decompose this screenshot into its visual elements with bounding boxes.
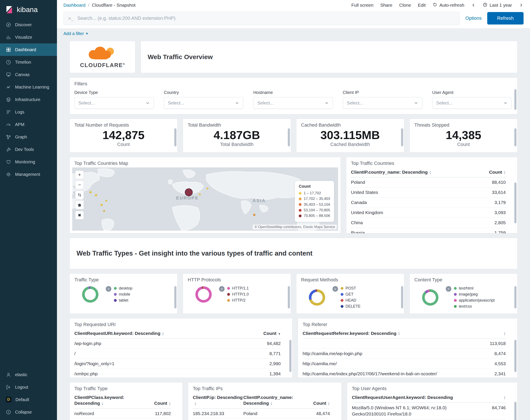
sort-icon[interactable]: ▲▼	[194, 402, 196, 405]
column-header-ip[interactable]: ClientIP.ip: Descending▲▼	[193, 394, 243, 406]
sort-icon[interactable]: ▲▼	[162, 332, 164, 335]
column-header-referer[interactable]: ClientRequestReferer.keyword: Descending…	[303, 330, 469, 336]
sidebar-item-elastic-user[interactable]: elastic	[0, 368, 57, 381]
zoom-out-button[interactable]: −	[75, 180, 84, 189]
column-header-count[interactable]: Count▲▼	[467, 169, 506, 175]
user-agent-select[interactable]: Select...	[432, 97, 512, 109]
sidebar-item-infrastructure[interactable]: Infrastructure	[0, 93, 57, 106]
clone-button[interactable]: Clone	[399, 2, 411, 8]
traffic-type-donut[interactable]	[82, 286, 98, 303]
sidebar-item-management[interactable]: Management	[0, 168, 57, 180]
column-header-count[interactable]: Count▼	[249, 330, 281, 336]
legend-item[interactable]: HTTP/2	[227, 298, 249, 303]
legend-item[interactable]: HEAD	[341, 298, 361, 303]
column-header-count[interactable]: ▲▼	[471, 394, 506, 400]
scrollbar-thumb[interactable]	[401, 286, 403, 308]
sort-icon[interactable]: ▲▼	[503, 170, 506, 174]
sort-icon[interactable]: ▲▼	[503, 396, 506, 400]
column-header-user-agent[interactable]: ClientRequestUserAgent.keyword: Descendi…	[352, 394, 471, 400]
column-header-country[interactable]: ClientIP.country_name: Descending▲▼	[243, 394, 303, 406]
breadcrumb-dashboard-link[interactable]: Dashboard	[63, 2, 86, 8]
sidebar-item-default-space[interactable]: D Default	[0, 393, 57, 406]
legend-item[interactable]: desktop	[114, 286, 132, 291]
scrollbar-thumb[interactable]	[289, 340, 292, 372]
legend-item[interactable]: application/javascript	[454, 298, 495, 303]
column-header-count[interactable]: ▲▼	[469, 330, 506, 336]
time-range-button[interactable]: Last 1 year	[483, 2, 512, 8]
sort-icon[interactable]: ▲▼	[169, 402, 171, 405]
kibana-logo[interactable]: kibana	[0, 0, 57, 18]
scrollbar-thumb[interactable]	[288, 286, 290, 308]
scrollbar-thumb[interactable]	[514, 402, 516, 420]
legend-item[interactable]: text/html	[454, 286, 495, 291]
sidebar-item-discover[interactable]: Discover	[0, 18, 57, 31]
sort-icon[interactable]: ▲▼	[328, 402, 330, 405]
share-button[interactable]: Share	[380, 2, 392, 8]
scrollbar-thumb[interactable]	[514, 128, 516, 146]
sidebar-item-dev-tools[interactable]: Dev Tools	[0, 143, 57, 156]
refresh-button[interactable]: Refresh	[487, 12, 524, 25]
sidebar-item-canvas[interactable]: Canvas	[0, 68, 57, 81]
client-ip-select[interactable]: Select...	[343, 97, 422, 109]
draw-rectangle-button[interactable]	[75, 211, 84, 219]
legend-item[interactable]: image/jpeg	[454, 292, 495, 297]
auto-refresh-button[interactable]: Auto-refresh	[433, 2, 464, 8]
sort-icon[interactable]: ▲▼	[102, 402, 103, 405]
add-filter-link[interactable]: Add a filter	[63, 31, 84, 36]
sort-icon[interactable]: ▲▼	[429, 170, 431, 174]
sidebar-item-logout[interactable]: Logout	[0, 381, 57, 393]
sidebar-item-monitoring[interactable]: Monitoring	[0, 156, 57, 168]
hostname-select[interactable]: Select...	[253, 97, 333, 109]
scrollbar-thumb[interactable]	[514, 286, 516, 308]
edit-button[interactable]: Edit	[418, 2, 426, 8]
scrollbar-thumb[interactable]	[401, 128, 403, 146]
content-type-donut[interactable]	[422, 289, 439, 306]
legend-item[interactable]: tablet	[114, 298, 132, 303]
scrollbar-thumb[interactable]	[174, 128, 177, 146]
sidebar-item-collapse[interactable]: Collapse	[0, 406, 57, 418]
legend-item[interactable]: POST	[341, 286, 361, 291]
scrollbar-thumb[interactable]	[514, 182, 516, 223]
request-methods-donut[interactable]	[309, 289, 325, 306]
legend-item[interactable]: DELETE	[341, 304, 361, 309]
sidebar-item-logs[interactable]: Logs	[0, 106, 57, 118]
world-map[interactable]: EUROPE ASIA TH IC	[72, 167, 338, 231]
scrollbar-thumb[interactable]	[174, 286, 177, 308]
legend-toggle-icon[interactable]: »	[333, 286, 338, 292]
legend-toggle-icon[interactable]: »	[106, 286, 111, 292]
legend-toggle-icon[interactable]: »	[446, 286, 451, 292]
draw-polygon-button[interactable]	[75, 201, 84, 209]
scrollbar-thumb[interactable]	[288, 128, 290, 146]
legend-item[interactable]: mobile	[114, 292, 132, 297]
sidebar-item-apm[interactable]: APM	[0, 118, 57, 131]
sort-icon[interactable]: ▲▼	[270, 402, 273, 405]
country-select[interactable]: Select...	[164, 97, 243, 109]
fit-bounds-button[interactable]	[75, 191, 84, 199]
sidebar-item-graph[interactable]: Graph	[0, 131, 57, 143]
device-type-select[interactable]: Select...	[74, 97, 154, 109]
scrollbar-thumb[interactable]	[514, 89, 516, 110]
column-header-count[interactable]: Count▲▼	[145, 400, 171, 406]
search-input[interactable]	[77, 15, 455, 21]
column-header-uri[interactable]: ClientRequestURI.keyword: Descending▲▼	[74, 330, 249, 336]
sidebar-item-dashboard[interactable]: Dashboard	[0, 44, 57, 56]
legend-item[interactable]: HTTP/1.0	[227, 292, 249, 297]
sort-icon[interactable]: ▲▼	[503, 332, 506, 335]
add-filter-plus-icon[interactable]: +	[86, 31, 88, 36]
sort-icon[interactable]: ▲▼	[398, 332, 400, 335]
time-forward-button[interactable]	[519, 3, 524, 8]
legend-item[interactable]: HTTP/1.1	[227, 286, 249, 291]
zoom-in-button[interactable]: +	[75, 170, 84, 179]
legend-toggle-icon[interactable]: »	[219, 286, 225, 292]
sidebar-item-machine-learning[interactable]: Machine Learning	[0, 81, 57, 93]
sidebar-item-timelion[interactable]: Timelion	[0, 56, 57, 68]
sidebar-item-visualize[interactable]: Visualize	[0, 31, 57, 44]
column-header-count[interactable]: Count▲▼	[303, 400, 330, 406]
legend-item[interactable]: GET	[341, 292, 361, 297]
http-protocols-donut[interactable]	[195, 286, 212, 303]
sort-descending-icon[interactable]: ▼	[278, 332, 281, 335]
options-link[interactable]: Options	[465, 15, 482, 21]
scrollbar-thumb[interactable]	[514, 340, 516, 372]
legend-item[interactable]: text/css	[454, 304, 495, 309]
column-header-class[interactable]: ClientIPClass.keyword: Descending▲▼	[74, 394, 145, 406]
